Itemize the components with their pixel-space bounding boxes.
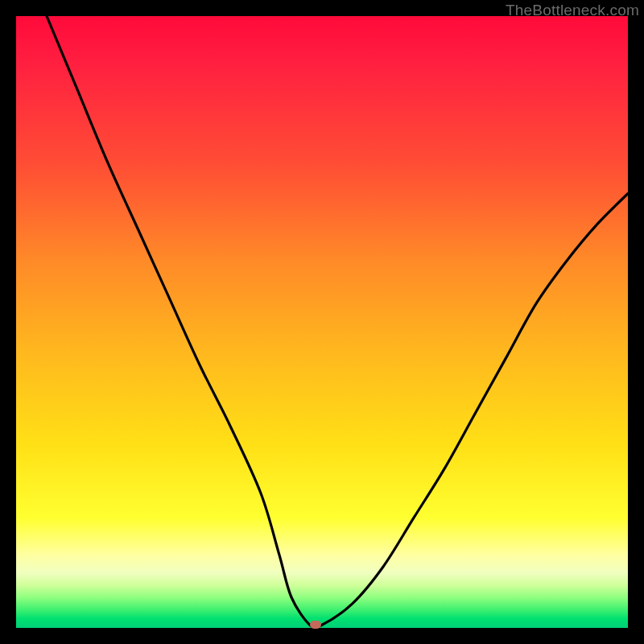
watermark-text: TheBottleneck.com	[506, 2, 639, 19]
curve-path	[47, 16, 628, 628]
plot-area	[16, 16, 628, 628]
min-marker	[310, 621, 321, 629]
chart-container: TheBottleneck.com	[0, 0, 644, 644]
curve-svg	[16, 16, 628, 628]
